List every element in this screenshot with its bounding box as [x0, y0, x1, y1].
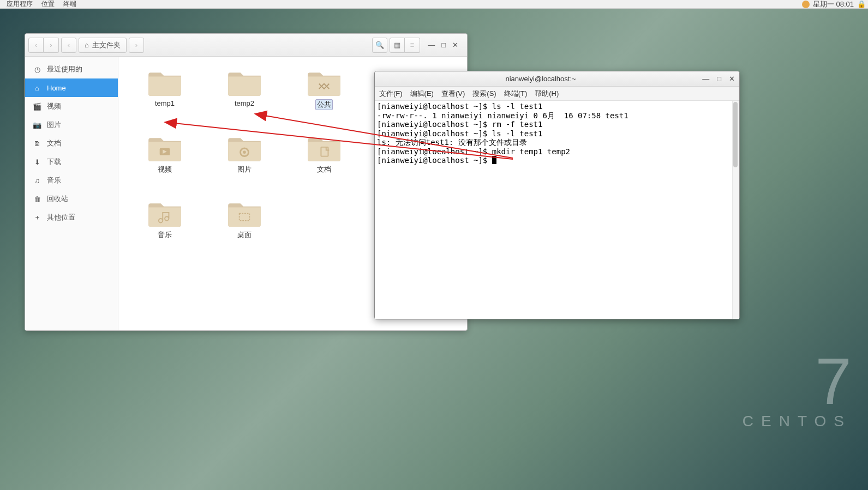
folder-label: 视频: [158, 165, 172, 174]
sidebar-item-clock[interactable]: ◷最近使用的: [25, 60, 118, 78]
sidebar-item-label: 图片: [47, 120, 61, 130]
folder-icon: [226, 132, 263, 161]
home-icon: ⌂: [33, 84, 41, 92]
term-menu-item[interactable]: 帮助(H): [535, 89, 559, 99]
sidebar-item-label: 音乐: [47, 176, 61, 185]
folder-temp2[interactable]: temp2: [205, 66, 284, 132]
folder-label: temp1: [155, 99, 175, 107]
folder-label: 音乐: [158, 230, 172, 240]
term-menu-item[interactable]: 搜索(S): [472, 89, 496, 99]
term-scrollbar[interactable]: [732, 101, 739, 319]
sidebar-item-image[interactable]: 📷图片: [25, 116, 118, 134]
sidebar-item-trash[interactable]: 🗑回收站: [25, 190, 118, 208]
term-body[interactable]: [nianweiyi@localhost ~]$ ls -l test1 -rw…: [375, 101, 739, 319]
term-minimize-button[interactable]: —: [702, 75, 709, 83]
term-menu-item[interactable]: 文件(F): [379, 89, 403, 99]
term-title: nianweiyi@localhost:~: [379, 75, 702, 83]
term-menu-item[interactable]: 编辑(E): [410, 89, 434, 99]
sidebar-item-plus[interactable]: ＋其他位置: [25, 208, 118, 227]
forward-button[interactable]: ›: [44, 38, 59, 53]
term-close-button[interactable]: ✕: [729, 75, 735, 83]
folder-文档[interactable]: 文档: [284, 132, 364, 197]
sidebar-item-label: 视频: [47, 101, 61, 111]
folder-icon: [146, 197, 183, 227]
sidebar-item-label: 其他位置: [47, 213, 75, 222]
sidebar-item-doc[interactable]: 🗎文档: [25, 134, 118, 153]
folder-label: 公共: [315, 99, 333, 110]
back-button[interactable]: ‹: [28, 38, 44, 53]
folder-视频[interactable]: 视频: [125, 132, 205, 197]
lock-icon[interactable]: 🔒: [857, 0, 866, 8]
search-icon: 🔍: [375, 41, 384, 49]
panel-clock: 星期一 08:01: [813, 0, 854, 9]
terminal-window: nianweiyi@localhost:~ — □ ✕ 文件(F)编辑(E)查看…: [374, 71, 740, 319]
fm-sidebar: ◷最近使用的⌂Home🎬视频📷图片🗎文档⬇下载♫音乐🗑回收站＋其他位置: [25, 57, 118, 330]
folder-temp1[interactable]: temp1: [125, 66, 205, 132]
sound-icon[interactable]: [802, 1, 810, 8]
folder-icon: [146, 66, 183, 96]
sidebar-item-label: 回收站: [47, 194, 68, 204]
folder-音乐[interactable]: 音乐: [125, 197, 205, 263]
path-label: 主文件夹: [92, 40, 121, 50]
home-icon: ⌂: [85, 41, 89, 49]
path-next-button[interactable]: ›: [129, 38, 144, 53]
path-button-home[interactable]: ⌂ 主文件夹: [79, 38, 127, 53]
list-view-button[interactable]: ≡: [405, 38, 420, 53]
panel-terminal[interactable]: 终端: [59, 0, 81, 9]
music-icon: ♫: [33, 177, 41, 185]
image-icon: 📷: [33, 121, 41, 129]
term-titlebar: nianweiyi@localhost:~ — □ ✕: [375, 71, 739, 87]
sidebar-item-music[interactable]: ♫音乐: [25, 171, 118, 190]
trash-icon: 🗑: [33, 195, 41, 203]
term-menu-item[interactable]: 终端(T): [504, 89, 528, 99]
folder-label: 图片: [237, 165, 252, 174]
sidebar-item-video[interactable]: 🎬视频: [25, 97, 118, 116]
sidebar-item-home[interactable]: ⌂Home: [25, 78, 118, 97]
sidebar-item-label: 最近使用的: [47, 64, 82, 74]
icon-view-button[interactable]: ▦: [390, 38, 405, 53]
folder-icon: [146, 132, 183, 161]
folder-label: 桌面: [237, 230, 252, 240]
fm-titlebar: ‹ › ‹ ⌂ 主文件夹 › 🔍 ▦ ≡ — □ ✕: [25, 34, 467, 57]
search-button[interactable]: 🔍: [372, 38, 387, 53]
maximize-button[interactable]: □: [441, 41, 446, 49]
centos-watermark: 7 CENTOS: [743, 355, 852, 430]
folder-icon: [226, 66, 263, 96]
term-cursor: [492, 156, 496, 164]
folder-公共[interactable]: 公共: [284, 66, 364, 132]
folder-图片[interactable]: 图片: [205, 132, 284, 197]
folder-icon: [226, 197, 263, 227]
download-icon: ⬇: [33, 158, 41, 166]
sidebar-item-download[interactable]: ⬇下载: [25, 153, 118, 171]
panel-places[interactable]: 位置: [37, 0, 59, 9]
folder-icon: [306, 66, 343, 96]
folder-label: 文档: [317, 165, 331, 174]
minimize-button[interactable]: —: [428, 41, 435, 49]
top-panel: 应用程序 位置 终端 星期一 08:01 🔒: [0, 0, 868, 9]
doc-icon: 🗎: [33, 140, 41, 148]
clock-icon: ◷: [33, 65, 41, 74]
folder-桌面[interactable]: 桌面: [205, 197, 284, 263]
term-output: [nianweiyi@localhost ~]$ ls -l test1 -rw…: [377, 102, 737, 165]
term-maximize-button[interactable]: □: [717, 75, 721, 83]
sidebar-item-label: 文档: [47, 138, 61, 148]
sidebar-item-label: 下载: [47, 157, 61, 167]
folder-icon: [306, 132, 343, 161]
folder-label: temp2: [235, 99, 254, 107]
sidebar-item-label: Home: [47, 84, 66, 92]
close-button[interactable]: ✕: [452, 41, 458, 49]
term-menubar: 文件(F)编辑(E)查看(V)搜索(S)终端(T)帮助(H): [375, 87, 739, 101]
term-menu-item[interactable]: 查看(V): [441, 89, 465, 99]
path-prev-button[interactable]: ‹: [61, 38, 76, 53]
svg-point-3: [243, 150, 246, 154]
panel-apps[interactable]: 应用程序: [2, 0, 37, 9]
plus-icon: ＋: [33, 213, 41, 222]
video-icon: 🎬: [33, 102, 41, 111]
